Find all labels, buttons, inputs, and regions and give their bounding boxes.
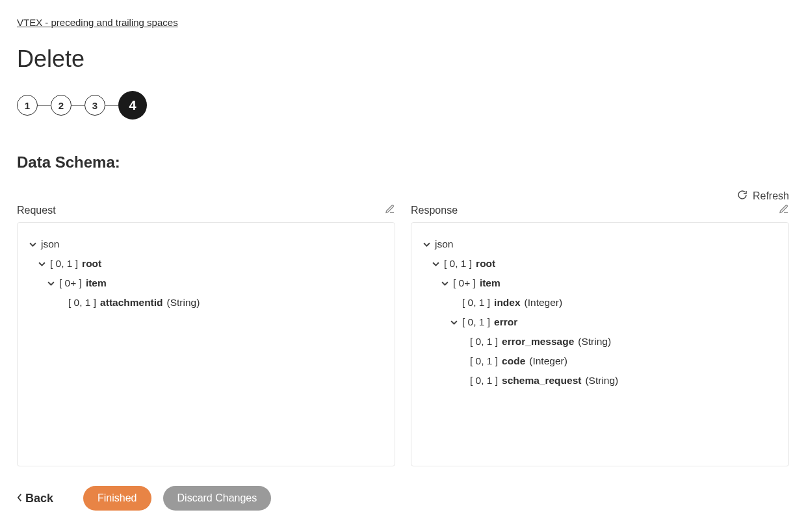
chevron-left-icon <box>17 492 23 505</box>
tree-cardinality: [ 0, 1 ] <box>50 258 78 270</box>
tree-node-error[interactable]: [ 0, 1 ] error <box>449 312 778 332</box>
tree-type: (String) <box>585 375 618 386</box>
tree-type: (String) <box>578 336 611 348</box>
tree-cardinality: [ 0, 1 ] <box>462 297 490 309</box>
step-connector <box>38 105 51 106</box>
edit-request-icon[interactable] <box>385 204 395 217</box>
tree-label: json <box>435 238 453 250</box>
tree-name: index <box>494 297 520 309</box>
step-2[interactable]: 2 <box>51 95 72 116</box>
tree-node-code[interactable]: [ 0, 1 ] code (Integer) <box>457 351 778 371</box>
tree-name: error_message <box>502 336 574 348</box>
refresh-label: Refresh <box>753 190 789 202</box>
step-1[interactable]: 1 <box>17 95 38 116</box>
finished-button[interactable]: Finished <box>83 486 151 511</box>
tree-cardinality: [ 0+ ] <box>59 277 82 289</box>
tree-name: code <box>502 355 525 367</box>
response-tree: json [ 0, 1 ] root [ 0+ ] item [ 0, 1 ] … <box>422 234 778 390</box>
step-3[interactable]: 3 <box>84 95 105 116</box>
response-pane: Response json [ 0, 1 ] root <box>411 204 789 466</box>
tree-name: schema_request <box>502 375 581 386</box>
tree-node-index[interactable]: [ 0, 1 ] index (Integer) <box>449 293 778 312</box>
tree-cardinality: [ 0, 1 ] <box>470 355 498 367</box>
tree-json-root[interactable]: json <box>422 234 778 254</box>
tree-name: error <box>494 316 517 328</box>
section-title: Data Schema: <box>17 153 789 171</box>
tree-cardinality: [ 0, 1 ] <box>470 375 498 386</box>
stepper: 1 2 3 4 <box>17 91 789 120</box>
chevron-down-icon[interactable] <box>449 319 458 326</box>
refresh-button[interactable]: Refresh <box>17 190 789 203</box>
chevron-down-icon[interactable] <box>46 280 55 287</box>
step-4[interactable]: 4 <box>118 91 147 120</box>
request-pane: Request json [ 0, 1 ] root <box>17 204 395 466</box>
tree-node-attachmentid[interactable]: [ 0, 1 ] attachmentid (String) <box>55 293 384 312</box>
page-title: Delete <box>17 45 789 73</box>
tree-cardinality: [ 0+ ] <box>453 277 476 289</box>
request-tree: json [ 0, 1 ] root [ 0+ ] item [ 0, 1 ] … <box>28 234 384 312</box>
tree-node-schema-request[interactable]: [ 0, 1 ] schema_request (String) <box>457 371 778 390</box>
tree-name: item <box>480 277 500 289</box>
tree-name: root <box>476 258 495 270</box>
edit-response-icon[interactable] <box>779 204 789 217</box>
tree-node-root[interactable]: [ 0, 1 ] root <box>37 254 384 273</box>
response-label: Response <box>411 205 458 216</box>
tree-cardinality: [ 0, 1 ] <box>444 258 472 270</box>
tree-label: json <box>41 238 59 250</box>
back-label: Back <box>25 492 53 505</box>
discard-changes-button[interactable]: Discard Changes <box>163 486 272 511</box>
chevron-down-icon[interactable] <box>28 241 37 248</box>
chevron-down-icon[interactable] <box>440 280 449 287</box>
tree-json-root[interactable]: json <box>28 234 384 254</box>
tree-name: root <box>82 258 101 270</box>
request-label: Request <box>17 205 56 216</box>
tree-name: attachmentid <box>100 297 162 309</box>
tree-cardinality: [ 0, 1 ] <box>470 336 498 348</box>
chevron-down-icon[interactable] <box>431 260 440 268</box>
tree-node-item[interactable]: [ 0+ ] item <box>46 273 384 293</box>
refresh-icon <box>737 190 748 203</box>
chevron-down-icon[interactable] <box>37 260 46 268</box>
tree-name: item <box>86 277 107 289</box>
breadcrumb-link[interactable]: VTEX - preceding and trailing spaces <box>17 17 178 28</box>
tree-type: (Integer) <box>525 297 563 309</box>
step-connector <box>105 105 118 106</box>
tree-node-root[interactable]: [ 0, 1 ] root <box>431 254 778 273</box>
tree-type: (String) <box>167 297 200 309</box>
chevron-down-icon[interactable] <box>422 241 431 248</box>
step-connector <box>72 105 84 106</box>
tree-node-item[interactable]: [ 0+ ] item <box>440 273 778 293</box>
back-button[interactable]: Back <box>17 492 53 505</box>
tree-node-error-message[interactable]: [ 0, 1 ] error_message (String) <box>457 332 778 351</box>
tree-type: (Integer) <box>529 355 567 367</box>
tree-cardinality: [ 0, 1 ] <box>462 316 490 328</box>
tree-cardinality: [ 0, 1 ] <box>68 297 96 309</box>
